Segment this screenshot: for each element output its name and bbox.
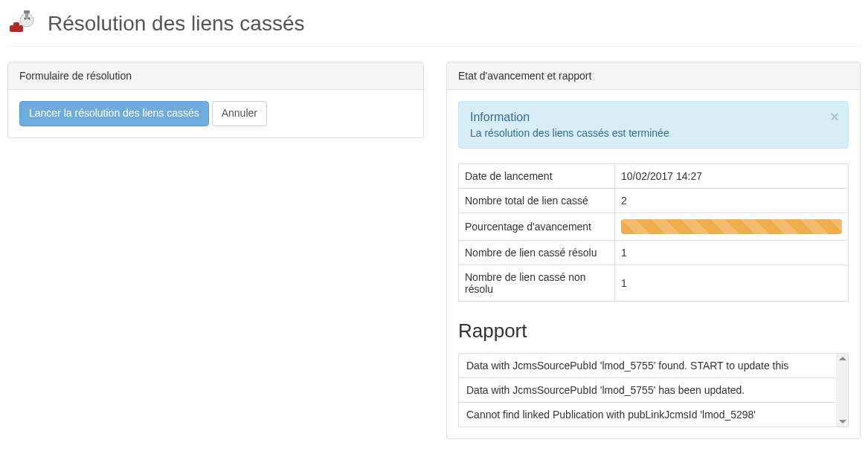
- launch-date-label: Date de lancement: [459, 164, 615, 189]
- progress-bar-track: [621, 219, 842, 234]
- total-label: Nombre total de lien cassé: [459, 189, 615, 213]
- cancel-button[interactable]: Annuler: [212, 101, 267, 126]
- resolved-label: Nombre de lien cassé résolu: [459, 241, 615, 265]
- launch-date-value: 10/02/2017 14:27: [615, 164, 849, 189]
- table-row: Nombre de lien cassé non résolu 1: [459, 265, 849, 302]
- progress-cell: [615, 213, 849, 241]
- svg-point-4: [28, 18, 30, 20]
- report-heading: Rapport: [458, 319, 849, 343]
- info-alert-title: Information: [470, 111, 823, 124]
- table-row: Pourcentage d'avancement: [459, 213, 849, 241]
- resolved-value: 1: [615, 241, 849, 265]
- report-item: Data with JcmsSourcePubId 'lmod_5755' fo…: [459, 354, 836, 378]
- unresolved-label: Nombre de lien cassé non résolu: [459, 265, 615, 302]
- form-panel: Formulaire de résolution Lancer la résol…: [7, 62, 424, 138]
- report-item: Cannot find linked Publication with pubL…: [459, 403, 836, 426]
- svg-rect-0: [10, 25, 23, 32]
- progress-bar-fill: [621, 219, 842, 234]
- table-row: Date de lancement 10/02/2017 14:27: [459, 164, 849, 189]
- table-row: Nombre de lien cassé résolu 1: [459, 241, 849, 265]
- status-table: Date de lancement 10/02/2017 14:27 Nombr…: [458, 163, 849, 302]
- close-icon[interactable]: ×: [830, 109, 839, 124]
- scrollbar[interactable]: [836, 354, 848, 426]
- form-panel-title: Formulaire de résolution: [8, 62, 423, 90]
- status-panel: Etat d'avancement et rapport Information…: [446, 62, 861, 439]
- launch-button[interactable]: Lancer la résolution des liens cassés: [19, 101, 209, 126]
- toolbox-icon: [7, 9, 37, 39]
- total-value: 2: [615, 189, 849, 213]
- info-alert: Information La résolution des liens cass…: [458, 101, 849, 149]
- svg-rect-6: [24, 10, 30, 13]
- svg-rect-1: [13, 22, 19, 26]
- status-panel-title: Etat d'avancement et rapport: [447, 62, 860, 90]
- table-row: Nombre total de lien cassé 2: [459, 189, 849, 213]
- page-title: Résolution des liens cassés: [48, 12, 305, 36]
- report-item: Data with JcmsSourcePubId 'lmod_5755' ha…: [459, 378, 836, 403]
- unresolved-value: 1: [615, 265, 849, 302]
- report-box: Data with JcmsSourcePubId 'lmod_5755' fo…: [458, 353, 849, 427]
- info-alert-message: La résolution des liens cassés est termi…: [470, 127, 823, 139]
- progress-label: Pourcentage d'avancement: [459, 213, 615, 241]
